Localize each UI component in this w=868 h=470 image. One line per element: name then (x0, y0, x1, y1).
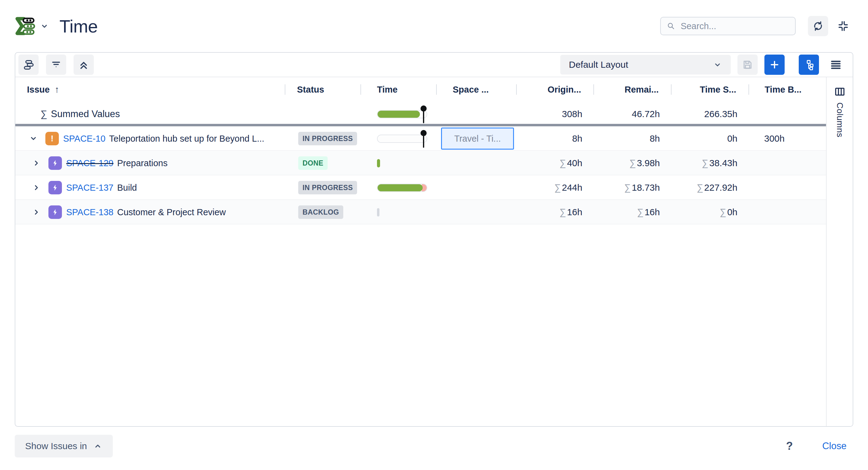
shrink-button[interactable] (833, 16, 853, 36)
progress-bar (377, 135, 427, 143)
status-badge[interactable]: IN PROGRESS (298, 181, 357, 195)
issue-summary[interactable]: Customer & Project Review (117, 207, 226, 217)
search-icon (667, 22, 675, 31)
toolbar-right: Default Layout (560, 55, 849, 75)
issue-row-space-129: SPACE-129 Preparations DONE ∑40h ∑3.98h … (15, 151, 826, 175)
status-badge[interactable]: DONE (298, 156, 328, 170)
shrink-icon (837, 20, 849, 32)
chevron-down-icon (713, 60, 722, 69)
table-header-row: Issue ↑ Status Time Space ... Origin... … (15, 77, 826, 102)
columns-side-tab-label: Columns (835, 102, 845, 137)
show-issues-in-button[interactable]: Show Issues in (15, 435, 113, 458)
sort-ascending-icon[interactable]: ↑ (55, 84, 59, 95)
column-header-time-booked[interactable]: Time B... (748, 77, 826, 102)
grouping-button[interactable] (19, 55, 39, 75)
structure-panel: Default Layout (15, 52, 853, 427)
columns-side-tab[interactable]: Columns (826, 77, 853, 427)
issue-summary[interactable]: Teleportation hub set up for Beyond L... (109, 134, 264, 144)
column-header-original-estimate[interactable]: Origin... (516, 77, 593, 102)
time-spent-cell[interactable]: ∑38.43h (671, 158, 748, 168)
time-panel-app: Time (0, 0, 868, 470)
column-header-time-spent[interactable]: Time S... (671, 77, 748, 102)
column-header-remaining[interactable]: Remai... (593, 77, 671, 102)
original-cell[interactable]: 8h (516, 134, 593, 144)
save-icon (742, 59, 753, 70)
progress-bar (377, 184, 427, 192)
time-pin-marker[interactable] (423, 130, 424, 148)
expand-chevron-right-icon[interactable] (28, 183, 45, 192)
issue-summary[interactable]: Preparations (117, 158, 167, 168)
column-header-space[interactable]: Space ... (436, 77, 516, 102)
progress-chip (377, 208, 379, 216)
time-spent-cell[interactable]: ∑0h (671, 207, 748, 217)
status-badge[interactable]: BACKLOG (298, 205, 343, 219)
issue-type-epic-icon (49, 156, 62, 170)
issue-key-link[interactable]: SPACE-137 (66, 183, 114, 193)
issue-table: Issue ↑ Status Time Space ... Origin... … (15, 77, 826, 427)
remaining-cell[interactable]: 8h (593, 134, 671, 144)
column-header-issue[interactable]: Issue ↑ (15, 77, 285, 102)
help-button[interactable]: ? (786, 440, 793, 452)
app-switcher-chevron-down-icon[interactable] (40, 22, 49, 31)
issue-key-link[interactable]: SPACE-10 (63, 134, 105, 144)
status-cell[interactable]: IN PROGRESS (285, 132, 361, 145)
status-cell[interactable]: BACKLOG (285, 205, 361, 219)
sigma-icon: ∑ (40, 109, 47, 120)
expand-chevron-right-icon[interactable] (28, 208, 45, 216)
remaining-cell[interactable]: ∑3.98h (593, 158, 671, 168)
columns-icon (834, 86, 846, 97)
issue-summary[interactable]: Build (117, 183, 137, 193)
summed-values-label: ∑ Summed Values (15, 109, 120, 120)
summary-progress-cell[interactable] (361, 102, 436, 126)
summary-time-spent: 266.35h (671, 109, 748, 119)
issue-type-alert-icon: ! (45, 132, 59, 145)
space-field-editing-cell[interactable]: Travel - Ti... (441, 127, 514, 150)
status-cell[interactable]: DONE (285, 156, 361, 170)
summed-values-row: ∑ Summed Values 308h 46.72h 266.35 (15, 102, 826, 126)
search-input[interactable] (681, 21, 789, 31)
refresh-button[interactable] (808, 16, 828, 36)
column-header-time[interactable]: Time (361, 77, 436, 102)
column-header-status[interactable]: Status (285, 77, 361, 102)
collapse-all-button[interactable] (73, 55, 94, 75)
remaining-cell[interactable]: ∑18.73h (593, 182, 671, 193)
issue-key-link[interactable]: SPACE-138 (66, 207, 114, 217)
issue-row-space-138: SPACE-138 Customer & Project Review BACK… (15, 200, 826, 225)
original-cell[interactable]: ∑244h (516, 182, 593, 193)
time-progress-cell[interactable] (361, 175, 436, 200)
time-progress-cell[interactable] (361, 200, 436, 225)
chevron-up-icon (93, 441, 102, 451)
save-layout-button[interactable] (738, 55, 758, 75)
app-logo-sigma-icon[interactable] (15, 16, 36, 36)
collapse-all-icon (78, 59, 90, 70)
status-cell[interactable]: IN PROGRESS (285, 181, 361, 195)
progress-chip (377, 159, 380, 167)
close-link[interactable]: Close (822, 441, 846, 451)
time-spent-cell[interactable]: 0h (671, 134, 748, 144)
summary-remaining: 46.72h (593, 109, 671, 119)
top-bar: Time (0, 0, 868, 52)
time-progress-cell[interactable] (361, 126, 436, 151)
expand-chevron-down-icon[interactable] (25, 134, 42, 143)
filter-icon (50, 59, 62, 70)
list-view-button[interactable] (826, 55, 846, 75)
page-title: Time (59, 16, 98, 36)
remaining-cell[interactable]: ∑16h (593, 207, 671, 217)
time-booked-cell[interactable]: 300h (748, 134, 826, 144)
search-box[interactable] (660, 17, 796, 35)
expand-chevron-right-icon[interactable] (28, 159, 45, 167)
time-progress-cell[interactable] (361, 151, 436, 175)
add-button[interactable] (765, 55, 785, 75)
original-cell[interactable]: ∑40h (516, 158, 593, 168)
list-rows-icon (830, 59, 842, 71)
filter-button[interactable] (46, 55, 66, 75)
issue-key-link[interactable]: SPACE-129 (66, 158, 114, 168)
time-spent-cell[interactable]: ∑227.92h (671, 182, 748, 193)
status-badge[interactable]: IN PROGRESS (298, 132, 357, 145)
hierarchy-icon (803, 59, 814, 70)
layout-selector[interactable]: Default Layout (560, 55, 731, 75)
hierarchy-view-button[interactable] (799, 55, 819, 75)
table-body: Issue ↑ Status Time Space ... Origin... … (15, 77, 853, 427)
time-pin-marker[interactable] (423, 106, 424, 123)
original-cell[interactable]: ∑16h (516, 207, 593, 217)
